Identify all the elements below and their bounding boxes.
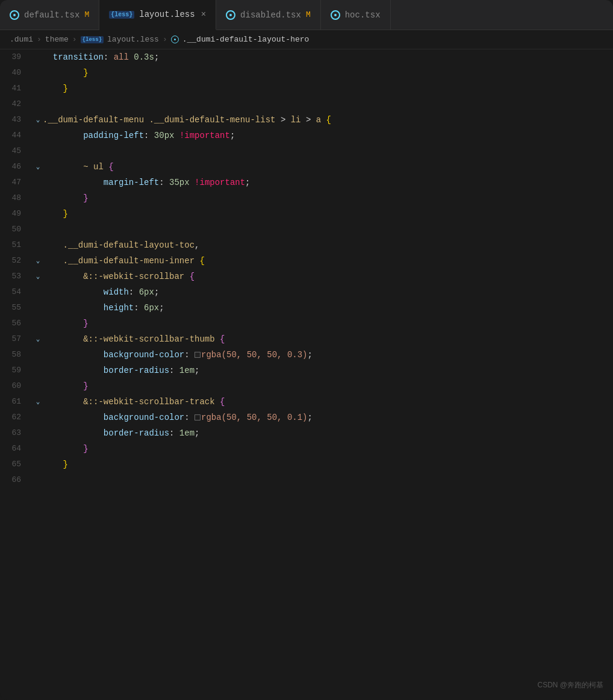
tab-default-tsx[interactable]: default.tsx M (0, 0, 99, 30)
react-icon (171, 36, 179, 43)
breadcrumb-less: layout.less (107, 35, 159, 44)
tab-label: layout.less (139, 10, 194, 19)
code-line-58: 58 background-color: rgba(50, 50, 50, 0.… (0, 347, 613, 363)
line-content: } (43, 378, 613, 394)
line-content: margin-left: 35px !important; (43, 175, 613, 190)
code-line-53: 53 ⌄ &::-webkit-scrollbar { (0, 269, 613, 284)
code-line-66: 66 (0, 472, 613, 488)
code-area: 39 transition: all 0.3s; 40 } 41 } 42 43 (0, 49, 613, 700)
line-number: 60 (0, 378, 33, 394)
editor-window: default.tsx M {less} layout.less × disab… (0, 0, 613, 700)
code-line-59: 59 border-radius: 1em; (0, 363, 613, 378)
fold-indicator[interactable]: ⌄ (33, 331, 43, 347)
breadcrumb-sep: › (37, 35, 42, 44)
line-number: 47 (0, 175, 33, 190)
less-icon: {less} (81, 36, 104, 43)
code-line-43: 43 ⌄ .__dumi-default-menu .__dumi-defaul… (0, 112, 613, 128)
breadcrumb-sep: › (163, 35, 167, 44)
line-content: &::-webkit-scrollbar-thumb { (43, 331, 613, 347)
react-icon (226, 10, 235, 20)
code-line-63: 63 border-radius: 1em; (0, 425, 613, 441)
code-line-47: 47 margin-left: 35px !important; (0, 175, 613, 190)
line-content: transition: all 0.3s; (43, 49, 613, 65)
line-content: &::-webkit-scrollbar { (43, 269, 613, 284)
code-line-46: 46 ⌄ ~ ul { (0, 159, 613, 175)
line-number: 58 (0, 347, 33, 363)
color-swatch (194, 352, 201, 358)
code-line-52: 52 ⌄ .__dumi-default-menu-inner { (0, 253, 613, 269)
tab-label: default.tsx (24, 10, 79, 20)
line-content: } (43, 81, 613, 96)
less-icon: {less} (109, 11, 134, 19)
line-number: 42 (0, 96, 33, 112)
line-number: 43 (0, 112, 33, 128)
tab-disabled-tsx[interactable]: disabled.tsx M (216, 0, 321, 30)
tab-label: hoc.tsx (345, 10, 381, 20)
line-number: 65 (0, 457, 33, 472)
line-content: .__dumi-default-menu-inner { (43, 253, 613, 269)
line-content: } (43, 206, 613, 222)
code-line-50: 50 (0, 222, 613, 237)
tab-label: disabled.tsx (240, 10, 301, 20)
line-number: 53 (0, 269, 33, 284)
line-content: .__dumi-default-layout-toc, (43, 237, 613, 253)
line-content: border-radius: 1em; (43, 425, 613, 441)
code-line-41: 41 } (0, 81, 613, 96)
tab-hoc-tsx[interactable]: hoc.tsx (321, 0, 391, 30)
color-swatch (194, 414, 201, 420)
code-line-45: 45 (0, 143, 613, 159)
line-number: 55 (0, 300, 33, 316)
line-number: 50 (0, 222, 33, 237)
line-number: 64 (0, 441, 33, 457)
line-number: 41 (0, 81, 33, 96)
line-number: 40 (0, 65, 33, 81)
line-content: } (43, 65, 613, 81)
line-number: 45 (0, 143, 33, 159)
code-line-56: 56 } (0, 316, 613, 331)
fold-indicator[interactable]: ⌄ (33, 159, 43, 175)
line-content: } (43, 316, 613, 331)
fold-indicator[interactable]: ⌄ (33, 269, 43, 284)
line-content: &::-webkit-scrollbar-track { (43, 394, 613, 410)
code-line-49: 49 } (0, 206, 613, 222)
line-content: border-radius: 1em; (43, 363, 613, 378)
line-content: height: 6px; (43, 300, 613, 316)
fold-indicator[interactable]: ⌄ (33, 112, 43, 128)
line-content: ~ ul { (43, 159, 613, 175)
tab-modified: M (84, 10, 89, 19)
code-line-44: 44 padding-left: 30px !important; (0, 128, 613, 143)
breadcrumb-sep: › (72, 35, 77, 44)
tab-bar: default.tsx M {less} layout.less × disab… (0, 0, 613, 30)
line-content: } (43, 190, 613, 206)
code-line-61: 61 ⌄ &::-webkit-scrollbar-track { (0, 394, 613, 410)
tab-layout-less[interactable]: {less} layout.less × (99, 0, 216, 30)
fold-indicator[interactable]: ⌄ (33, 394, 43, 410)
code-line-60: 60 } (0, 378, 613, 394)
line-number: 63 (0, 425, 33, 441)
line-number: 66 (0, 472, 33, 488)
line-content: padding-left: 30px !important; (43, 128, 613, 143)
line-number: 61 (0, 394, 33, 410)
code-line-55: 55 height: 6px; (0, 300, 613, 316)
code-line-48: 48 } (0, 190, 613, 206)
line-content: background-color: rgba(50, 50, 50, 0.3); (43, 347, 613, 363)
breadcrumb: .dumi › theme › {less} layout.less › .__… (0, 30, 613, 49)
code-line-64: 64 } (0, 441, 613, 457)
line-number: 46 (0, 159, 33, 175)
line-number: 56 (0, 316, 33, 331)
code-line-40: 40 } (0, 65, 613, 81)
line-number: 44 (0, 128, 33, 143)
tab-modified: M (306, 10, 311, 19)
line-number: 48 (0, 190, 33, 206)
code-line-42: 42 (0, 96, 613, 112)
code-line-65: 65 } (0, 457, 613, 472)
fold-indicator[interactable]: ⌄ (33, 253, 43, 269)
watermark: CSDN @奔跑的柯基 (537, 680, 603, 690)
line-content: width: 6px; (43, 284, 613, 300)
react-icon (331, 10, 340, 20)
code-line-57: 57 ⌄ &::-webkit-scrollbar-thumb { (0, 331, 613, 347)
tab-close-button[interactable]: × (201, 10, 206, 19)
breadcrumb-dumi: .dumi (10, 35, 33, 44)
breadcrumb-selector: .__dumi-default-layout-hero (182, 35, 310, 44)
line-number: 57 (0, 331, 33, 347)
